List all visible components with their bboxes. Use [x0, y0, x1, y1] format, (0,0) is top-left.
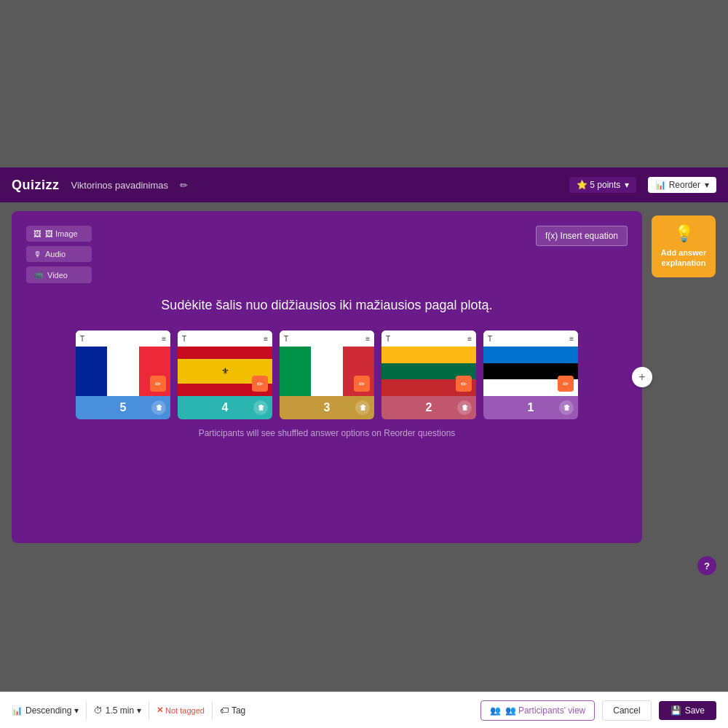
card-type-icon-spain: T	[182, 335, 186, 343]
card-number-estonia: 1	[528, 401, 534, 414]
descending-dropdown[interactable]: 📊 Descending ▾	[12, 705, 79, 716]
bar-chart-icon: 📊	[12, 705, 23, 716]
quizizz-logo: Quizizz	[12, 178, 60, 193]
add-explanation-card[interactable]: 💡 Add answer explanation	[652, 215, 716, 277]
spain-top-stripe	[178, 347, 272, 359]
tag-icon: 🏷	[220, 705, 229, 716]
card-image-lithuania: T ≡ ✏	[381, 331, 476, 396]
answer-card-italy: T ≡ ✏ 3 🗑	[280, 331, 374, 419]
card-menu-icon-spain: ≡	[264, 335, 268, 343]
card-image-france: T ≡ ✏	[76, 331, 170, 396]
explanation-icon: 💡	[674, 224, 694, 243]
descending-arrow-icon: ▾	[74, 705, 79, 716]
card-edit-btn-spain[interactable]: ✏	[252, 376, 268, 392]
card-menu-icon-lithuania: ≡	[467, 335, 472, 343]
tag-label: Tag	[232, 705, 245, 716]
edit-icon[interactable]: ✏	[180, 180, 188, 191]
tag-item[interactable]: 🏷 Tag	[220, 705, 245, 716]
card-top-bar-france: T ≡	[76, 331, 170, 347]
card-label-france: 5 🗑	[76, 396, 170, 419]
italy-green-stripe	[280, 347, 311, 396]
cancel-button[interactable]: Cancel	[602, 700, 651, 721]
image-icon: 🖼	[33, 229, 41, 238]
card-label-spain: 4 🗑	[178, 396, 272, 419]
card-delete-lithuania[interactable]: 🗑	[457, 400, 472, 415]
answer-card-france: T ≡ ✏ 5 🗑	[76, 331, 170, 419]
card-type-icon-italy: T	[284, 335, 288, 343]
france-blue-stripe	[76, 347, 107, 396]
audio-button[interactable]: 🎙 Audio	[26, 246, 92, 262]
reorder-dropdown[interactable]: 📊 Reorder ▾	[648, 177, 716, 193]
not-tagged-x-icon: ✕	[157, 705, 163, 715]
card-delete-spain[interactable]: 🗑	[253, 400, 268, 415]
card-top-bar-estonia: T ≡	[483, 331, 578, 347]
save-button[interactable]: 💾 Save	[659, 701, 716, 720]
spain-crest: ⚜	[221, 366, 229, 376]
time-dropdown[interactable]: ⏱ 1.5 min ▾	[94, 705, 141, 716]
card-label-lithuania: 2 🗑	[381, 396, 476, 419]
card-edit-btn-lithuania[interactable]: ✏	[456, 376, 472, 392]
france-white-stripe	[107, 347, 138, 396]
toolbar-divider-1	[86, 702, 87, 719]
reorder-label: 📊 Reorder	[655, 180, 700, 190]
card-delete-estonia[interactable]: 🗑	[559, 400, 574, 415]
time-label: ⏱ 1.5 min	[94, 705, 134, 716]
card-label-italy: 3 🗑	[280, 396, 374, 419]
card-delete-france[interactable]: 🗑	[151, 400, 166, 415]
participants-view-button[interactable]: 👥 👥 Participants' view	[480, 700, 596, 721]
video-label: Video	[47, 271, 68, 280]
video-button[interactable]: 📹 Video	[26, 266, 92, 283]
save-icon: 💾	[670, 705, 681, 716]
time-arrow-icon: ▾	[137, 705, 141, 716]
main-content: 🖼 🖼 Image 🎙 Audio 📹 Video f(x) Insert eq…	[0, 202, 728, 552]
participants-icon: 👥	[490, 705, 501, 716]
audio-icon: 🎙	[33, 250, 41, 258]
insert-equation-button[interactable]: f(x) Insert equation	[536, 226, 628, 246]
card-number-lithuania: 2	[426, 401, 432, 414]
not-tagged-label[interactable]: ✕ Not tagged	[157, 705, 205, 715]
explanation-text: Add answer explanation	[657, 248, 710, 269]
video-icon: 📹	[33, 270, 44, 280]
descending-label: Descending	[25, 705, 71, 716]
card-image-italy: T ≡ ✏	[280, 331, 374, 396]
insert-equation-label: f(x) Insert equation	[545, 231, 618, 241]
card-edit-btn-italy[interactable]: ✏	[354, 376, 370, 392]
question-text: Sudėkite šalis nuo didžiausios iki mažia…	[26, 298, 628, 313]
help-button[interactable]: ?	[697, 556, 716, 575]
card-label-estonia: 1 🗑	[483, 396, 578, 419]
card-type-icon-france: T	[80, 335, 84, 343]
header-bar: Quizizz Viktorinos pavadinimas ✏ ⭐ 5 poi…	[0, 167, 728, 202]
quiz-title: Viktorinos pavadinimas	[71, 180, 168, 191]
shuffle-notice: Participants will see shuffled answer op…	[26, 428, 628, 438]
not-tagged-text: Not tagged	[165, 706, 205, 715]
card-edit-btn-estonia[interactable]: ✏	[558, 376, 574, 392]
card-type-icon-estonia: T	[488, 335, 492, 343]
lithuania-yellow-stripe	[381, 347, 476, 363]
card-top-bar-lithuania: T ≡	[381, 331, 476, 347]
card-number-france: 5	[120, 401, 127, 414]
card-number-spain: 4	[222, 401, 229, 414]
points-dropdown[interactable]: ⭐ 5 points ▾	[569, 177, 636, 193]
audio-label: Audio	[45, 250, 66, 258]
image-label: 🖼 Image	[45, 229, 78, 238]
answer-cards-container: T ≡ ✏ 5 🗑	[26, 331, 628, 419]
right-panel: 💡 Add answer explanation	[651, 211, 716, 543]
card-top-bar-spain: T ≡	[178, 331, 272, 347]
participants-label: 👥 Participants' view	[505, 705, 586, 716]
card-menu-icon-italy: ≡	[365, 335, 370, 343]
reorder-dropdown-arrow: ▾	[705, 180, 709, 190]
add-answer-button[interactable]: +	[632, 367, 652, 387]
toolbar-divider-2	[149, 702, 149, 719]
card-image-estonia: T ≡ ✏	[483, 331, 578, 396]
toolbar-divider-3	[212, 702, 213, 719]
image-button[interactable]: 🖼 🖼 Image	[26, 226, 92, 242]
card-edit-btn-france[interactable]: ✏	[150, 376, 166, 392]
points-label: ⭐ 5 points	[577, 180, 620, 190]
save-label: Save	[685, 705, 705, 716]
card-top-bar-italy: T ≡	[280, 331, 374, 347]
card-delete-italy[interactable]: 🗑	[355, 400, 370, 415]
card-menu-icon-france: ≡	[162, 335, 166, 343]
answer-card-lithuania: T ≡ ✏ 2 🗑	[381, 331, 476, 419]
top-area	[0, 0, 728, 167]
card-type-icon-lithuania: T	[386, 335, 390, 343]
